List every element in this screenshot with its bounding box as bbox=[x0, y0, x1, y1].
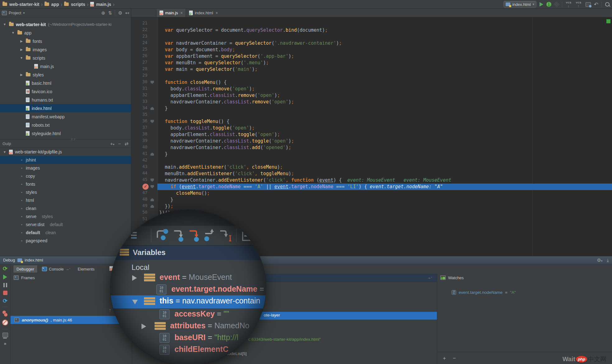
code-token: ( bbox=[230, 125, 232, 131]
tree-expand-icon[interactable]: ▶ bbox=[19, 39, 24, 43]
gulp-task-serve-dist[interactable]: ∘serve:distdefault bbox=[0, 221, 131, 229]
editor-tab-main-js[interactable]: JSmain.js× bbox=[156, 8, 186, 17]
collapse-all-icon[interactable]: ⇅ bbox=[108, 11, 112, 15]
breadcrumb-item[interactable]: web-starter-kit bbox=[2, 2, 39, 7]
hide-icons-chevron[interactable]: » bbox=[4, 341, 6, 346]
loupe-variable-row-event[interactable]: event = MouseEvent bbox=[110, 272, 266, 284]
code-line: var querySelector = document.querySelect… bbox=[159, 27, 328, 34]
debug-tab-debugger[interactable]: Debugger bbox=[13, 265, 38, 273]
breadcrumb-item[interactable]: app bbox=[44, 2, 59, 7]
loupe-variable-row-event-target-nodeName[interactable]: 1001event.target.nodeName = "A" bbox=[110, 284, 266, 295]
gear-icon[interactable]: ⚙ bbox=[118, 11, 122, 15]
rerun-icon[interactable]: ⟳ bbox=[3, 266, 7, 271]
task-label: clean bbox=[26, 206, 36, 211]
remove-watch-icon[interactable]: − bbox=[453, 355, 456, 362]
loupe-variable-row-baseURI[interactable]: 1001baseURI = "http://l bbox=[110, 332, 266, 344]
chevron-down-icon[interactable]: ▾ bbox=[23, 11, 25, 15]
gulp-task-styles[interactable]: ∘styles bbox=[0, 188, 131, 196]
mute-breakpoints-icon[interactable] bbox=[2, 320, 8, 325]
pin-arrow-icon[interactable]: →ꞏ bbox=[427, 275, 432, 280]
editor-tab-index-html[interactable]: hindex.html× bbox=[186, 9, 221, 17]
pause-icon[interactable] bbox=[3, 283, 7, 287]
tree-item-styleguide-html[interactable]: hstyleguide.html bbox=[0, 129, 131, 138]
gulp-task-copy[interactable]: ∘copy bbox=[0, 172, 131, 180]
tree-item-basic-html[interactable]: hbasic.html bbox=[0, 79, 131, 87]
tree-item-favicon-ico[interactable]: favicon.ico bbox=[0, 87, 131, 96]
tree-expand-icon[interactable]: ▼ bbox=[2, 150, 7, 154]
stop-icon[interactable] bbox=[3, 291, 7, 295]
gulpfile-root-node[interactable]: ▼ JS web-starter-kit/gulpfile.js bbox=[0, 148, 131, 156]
tree-item-styles[interactable]: ▶styles bbox=[0, 71, 131, 79]
watch-row[interactable]: 1001event.target.nodeName="A" bbox=[437, 289, 612, 296]
tree-item-main-js[interactable]: JSmain.js bbox=[0, 62, 131, 71]
vcs-update-button[interactable]: VCS ↓ bbox=[566, 1, 573, 7]
locate-icon[interactable]: ⊕ bbox=[101, 11, 105, 15]
loupe-variable-row-this[interactable]: this = nav.navdrawer-contain bbox=[110, 295, 266, 308]
resume-icon[interactable] bbox=[3, 275, 7, 280]
gulp-task-html[interactable]: ∘html bbox=[0, 196, 131, 204]
force-step-into-icon[interactable] bbox=[188, 228, 201, 242]
tree-item-images[interactable]: ▶images bbox=[0, 45, 131, 54]
debug-tab-elements[interactable]: Elements bbox=[75, 265, 98, 273]
restore-layout-icon[interactable] bbox=[2, 333, 8, 337]
add-task-icon[interactable]: +▾ bbox=[110, 141, 114, 146]
debug-tab-console[interactable]: Console→ꞏ bbox=[39, 265, 73, 273]
tree-expand-icon[interactable]: ▼ bbox=[11, 31, 15, 34]
minimize-icon[interactable]: ⤓ bbox=[607, 258, 609, 262]
breakpoint-icon[interactable]: ✓ bbox=[142, 184, 149, 190]
gulp-task-clean[interactable]: ∘clean bbox=[0, 204, 131, 212]
debug-button[interactable] bbox=[546, 2, 551, 7]
tree-expand-icon[interactable]: ▶ bbox=[19, 73, 24, 76]
splitter-handle[interactable]: ⠿⠿ bbox=[71, 138, 76, 141]
gulp-task-images[interactable]: ∘images bbox=[0, 164, 131, 172]
undo-icon[interactable]: ↶ bbox=[594, 2, 598, 7]
tree-expand-icon[interactable] bbox=[132, 275, 137, 281]
close-icon[interactable]: × bbox=[180, 11, 183, 15]
remove-task-icon[interactable]: − bbox=[118, 141, 121, 146]
tree-item-humans-txt[interactable]: humans.txt bbox=[0, 96, 131, 104]
gulp-task-fonts[interactable]: ∘fonts bbox=[0, 180, 131, 188]
breadcrumb-item[interactable]: scripts bbox=[64, 2, 85, 7]
tree-item-scripts[interactable]: ▼scripts bbox=[0, 54, 131, 62]
view-breakpoints-icon[interactable] bbox=[2, 311, 8, 316]
gear-icon[interactable]: ⚙▾ bbox=[597, 258, 602, 263]
vcs-commit-button[interactable]: VCS ↑ bbox=[576, 1, 582, 7]
hide-panel-icon[interactable]: ↤ bbox=[125, 11, 129, 15]
tree-item-fonts[interactable]: ▶fonts bbox=[0, 37, 131, 45]
gulp-task-jshint[interactable]: ∘jshint bbox=[0, 156, 131, 164]
tree-item-index-html[interactable]: hindex.html bbox=[0, 104, 131, 112]
tree-item-web-starter-kit[interactable]: ▼web-starter-kit(~/WebstormProjects/web-… bbox=[0, 20, 131, 29]
loupe-variable-row-attributes[interactable]: attributes = NamedNo bbox=[110, 320, 266, 332]
tree-expand-icon[interactable]: ▼ bbox=[19, 56, 24, 60]
tree-expand-icon[interactable] bbox=[141, 324, 146, 329]
step-out-icon[interactable] bbox=[203, 228, 217, 242]
error-stripe-mark[interactable] bbox=[606, 19, 610, 23]
gulp-task-serve[interactable]: ∘servestyles bbox=[0, 212, 131, 221]
add-watch-icon[interactable]: + bbox=[443, 355, 446, 362]
tree-item-manifest-webapp[interactable]: manifest.webapp bbox=[0, 112, 131, 121]
search-icon[interactable] bbox=[605, 2, 610, 7]
refresh-icon[interactable]: ⟳ bbox=[3, 298, 7, 303]
tree-item-app[interactable]: ▼app bbox=[0, 29, 131, 37]
tree-expand-icon[interactable]: ▶ bbox=[19, 48, 24, 51]
jump-to-icon[interactable]: →ꞏ bbox=[66, 267, 70, 271]
tree-expand-icon[interactable]: ▼ bbox=[2, 23, 7, 26]
gulp-task-pagespeed[interactable]: ∘pagespeed bbox=[0, 237, 131, 245]
close-icon[interactable]: × bbox=[216, 11, 218, 15]
tree-item-robots-txt[interactable]: robots.txt bbox=[0, 121, 131, 129]
refresh-tasks-icon[interactable]: ⇄ bbox=[124, 141, 128, 146]
history-icon[interactable] bbox=[586, 2, 591, 7]
step-over-icon[interactable] bbox=[156, 228, 169, 242]
run-configuration-select[interactable]: index.html ▾ bbox=[503, 1, 536, 8]
breadcrumb-item[interactable]: JSmain.js bbox=[90, 2, 111, 7]
gulp-task-default[interactable]: ∘defaultclean bbox=[0, 229, 131, 237]
tree-expand-icon[interactable] bbox=[132, 300, 138, 304]
code-line: var main = querySelector('main'); bbox=[159, 66, 257, 73]
step-into-icon[interactable] bbox=[172, 228, 186, 242]
run-button[interactable] bbox=[540, 2, 543, 7]
up-stack-icon[interactable]: ↑ bbox=[109, 307, 111, 312]
run-to-cursor-icon[interactable] bbox=[219, 228, 232, 242]
loupe-variable-row-accessKey[interactable]: 1001accessKey = "" bbox=[110, 308, 266, 320]
project-panel-title[interactable]: Project bbox=[9, 11, 21, 15]
frame-row[interactable]: anonymous(), main.js:46 bbox=[11, 316, 132, 324]
